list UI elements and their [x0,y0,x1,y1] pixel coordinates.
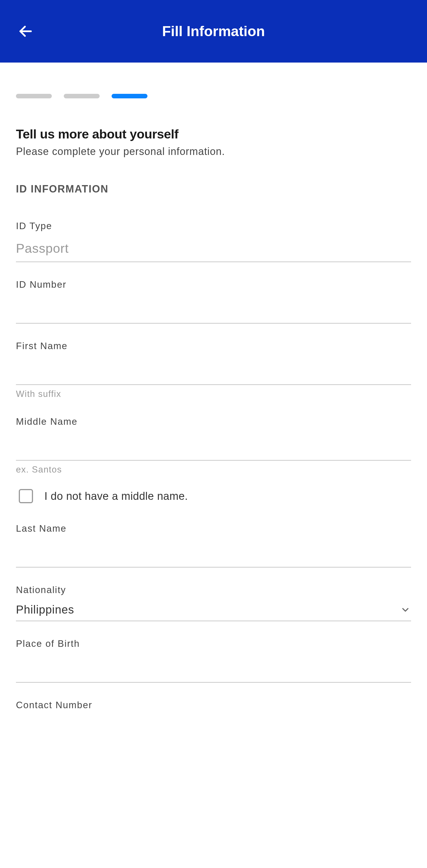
field-first-name: First Name With suffix [16,341,411,399]
id-number-input[interactable] [16,295,411,323]
id-type-value[interactable]: Passport [16,237,411,262]
section-subtitle: Please complete your personal informatio… [16,146,411,157]
progress-bar [16,94,411,98]
field-nationality: Nationality Philippines [16,585,411,621]
page-title: Fill Information [162,23,265,39]
id-number-label: ID Number [16,279,411,290]
app-header: Fill Information [0,0,427,63]
no-middle-name-checkbox[interactable] [19,489,33,503]
last-name-input[interactable] [16,539,411,567]
field-middle-name: Middle Name ex. Santos I do not have a m… [16,416,411,503]
contact-number-label: Contact Number [16,700,411,711]
place-of-birth-label: Place of Birth [16,638,411,649]
first-name-label: First Name [16,341,411,351]
progress-segment-3 [112,94,147,98]
content-area: Tell us more about yourself Please compl… [0,63,427,745]
section-title: Tell us more about yourself [16,127,411,142]
field-last-name: Last Name [16,523,411,567]
middle-name-input[interactable] [16,432,411,461]
no-middle-name-label: I do not have a middle name. [45,490,188,502]
first-name-helper: With suffix [16,389,411,399]
field-id-type: ID Type Passport [16,221,411,262]
field-id-number: ID Number [16,279,411,323]
field-place-of-birth: Place of Birth [16,638,411,683]
place-of-birth-input[interactable] [16,654,411,683]
nationality-select[interactable]: Philippines [16,600,411,621]
field-contact-number: Contact Number [16,700,411,711]
middle-name-label: Middle Name [16,416,411,427]
progress-segment-1 [16,94,52,98]
nationality-label: Nationality [16,585,411,595]
back-icon[interactable] [17,23,34,40]
progress-segment-2 [64,94,99,98]
last-name-label: Last Name [16,523,411,534]
middle-name-helper: ex. Santos [16,465,411,475]
first-name-input[interactable] [16,356,411,385]
chevron-down-icon [400,604,411,616]
id-type-label: ID Type [16,221,411,231]
group-heading-id: ID INFORMATION [16,183,411,195]
middle-name-checkbox-row[interactable]: I do not have a middle name. [16,489,411,503]
nationality-value: Philippines [16,603,74,616]
